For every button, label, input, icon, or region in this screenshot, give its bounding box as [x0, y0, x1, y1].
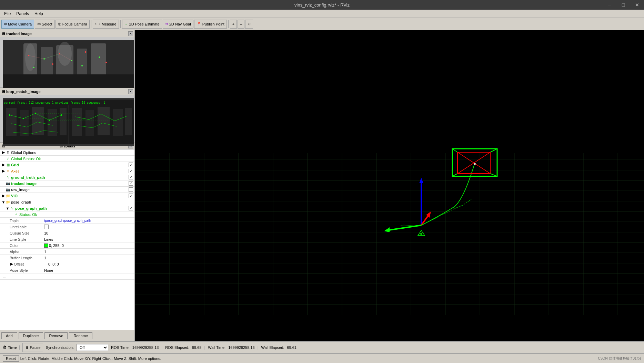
tracked-image-checkbox[interactable]: [129, 181, 133, 186]
topic-value[interactable]: /pose_graph/pose_graph_path: [44, 219, 133, 222]
svg-point-12: [85, 51, 86, 53]
queue-size-label: Queue Size: [10, 231, 44, 235]
pause-icon: ⏸: [25, 345, 29, 350]
menu-panels[interactable]: Panels: [13, 11, 32, 17]
remove-button[interactable]: Remove: [44, 332, 68, 339]
offset-value[interactable]: 0; 0; 0: [48, 262, 133, 266]
global-options-label: Global Options: [10, 151, 133, 155]
line-style-value[interactable]: Lines: [44, 237, 133, 241]
loop-match-svg: current frame: 212 sequence: 1 previous …: [3, 98, 134, 146]
separator-3: |: [258, 345, 259, 350]
menu-file[interactable]: File: [1, 11, 13, 17]
global-options-icon: ⚙: [6, 150, 10, 155]
grid-checkbox[interactable]: [129, 163, 133, 167]
color-value[interactable]: 0; 255; 0: [49, 243, 133, 248]
ground-truth-icon: ∿: [6, 175, 10, 180]
raw-image-expand: [1, 188, 6, 192]
pose-graph-path-expand[interactable]: ▼: [6, 206, 10, 210]
loop-match-title: 🖥 loop_match_image: [1, 90, 41, 94]
pose-graph-path-indent: [1, 206, 6, 210]
move-camera-label: Move Camera: [8, 22, 32, 26]
prop-line-style: Line Style Lines: [0, 236, 134, 242]
2d-pose-button[interactable]: → 2D Pose Estimate: [122, 20, 162, 29]
svg-rect-32: [60, 108, 67, 135]
zoom-out-button[interactable]: –: [238, 20, 244, 29]
menu-help[interactable]: Help: [32, 11, 46, 17]
pose-style-value[interactable]: None: [44, 268, 133, 272]
raw-image-icon: 📷: [6, 187, 10, 192]
menubar: File Panels Help: [0, 10, 644, 18]
svg-rect-51: [113, 109, 123, 136]
zoom-in-button[interactable]: +: [230, 20, 237, 29]
offset-expand[interactable]: ▶: [10, 262, 14, 266]
ground-truth-checkbox[interactable]: [129, 175, 133, 179]
pose-graph-expand[interactable]: ▼: [1, 200, 6, 204]
prop-pose-style: Pose Style None: [0, 267, 134, 273]
2d-nav-button[interactable]: ⇒ 2D Nav Goal: [163, 20, 193, 29]
zoom-reset-button[interactable]: ⊙: [245, 20, 253, 29]
publish-point-button[interactable]: 📍 Publish Point: [194, 20, 227, 29]
wall-time-value: 1699929258.16: [228, 345, 254, 350]
display-item-global-status[interactable]: ✓ Global Status: Ok: [0, 156, 134, 162]
unreliable-checkbox[interactable]: [44, 225, 49, 229]
grid-icon: ▦: [6, 163, 10, 167]
display-item-ground-truth[interactable]: ∿ ground_truth_path: [0, 174, 134, 180]
pose-style-label: Pose Style: [10, 268, 44, 272]
topic-label: Topic: [10, 219, 44, 223]
axes-expand[interactable]: ▶: [1, 169, 6, 173]
tracked-image-header: 🖥 tracked image ✕: [0, 30, 134, 37]
vio-label: VIO: [10, 194, 129, 198]
global-status-icon: ✓: [6, 156, 10, 161]
display-item-grid[interactable]: ▶ ▦ Grid: [0, 162, 134, 168]
display-item-vio[interactable]: ▶ 📁 VIO: [0, 193, 134, 199]
3d-viewport[interactable]: [135, 30, 644, 341]
measure-button[interactable]: ⟷ Measure: [93, 20, 119, 29]
move-camera-button[interactable]: ⊕ Move Camera: [1, 20, 34, 29]
prop-buffer-length: Buffer Length 1: [0, 255, 134, 261]
loop-match-close-button[interactable]: ✕: [128, 89, 133, 94]
ros-time-label: ROS Time:: [111, 345, 130, 350]
time-section-toggle[interactable]: ⏱ Time: [3, 345, 20, 350]
axes-checkbox[interactable]: [129, 169, 133, 173]
global-options-expand[interactable]: ▶: [1, 150, 6, 155]
duplicate-button[interactable]: Duplicate: [19, 332, 43, 339]
select-button[interactable]: ▭ Select: [35, 20, 55, 29]
svg-rect-21: [3, 74, 134, 88]
ground-truth-expand: [1, 175, 6, 179]
buffer-length-value[interactable]: 1: [44, 256, 133, 260]
queue-size-value[interactable]: 10: [44, 231, 133, 235]
vio-checkbox[interactable]: [129, 194, 133, 198]
tracked-image-close-button[interactable]: ✕: [128, 31, 133, 36]
measure-icon: ⟷: [95, 22, 101, 26]
pose-graph-label: pose_graph: [10, 200, 133, 204]
grid-expand[interactable]: ▶: [1, 163, 6, 167]
ground-truth-label: ground_truth_path: [10, 175, 129, 179]
alpha-value[interactable]: 1: [44, 250, 133, 254]
svg-rect-48: [72, 108, 82, 136]
display-item-tracked-image[interactable]: 📷 tracked image: [0, 180, 134, 187]
display-item-pose-graph[interactable]: ▼ 📁 pose_graph: [0, 199, 134, 205]
reset-button[interactable]: Reset: [3, 355, 19, 362]
svg-rect-29: [20, 110, 29, 136]
vio-icon: 📁: [6, 194, 10, 198]
display-item-pose-graph-path[interactable]: ▼ ∿ pose_graph_path: [0, 205, 134, 211]
pose-graph-path-checkbox[interactable]: [129, 206, 133, 210]
display-item-axes[interactable]: ▶ ⊕ Axes: [0, 168, 134, 174]
focus-camera-button[interactable]: ◎ Focus Camera: [56, 20, 90, 29]
rename-button[interactable]: Rename: [69, 332, 92, 339]
maximize-button[interactable]: □: [616, 0, 630, 10]
display-item-global-options[interactable]: ▶ ⚙ Global Options: [0, 149, 134, 156]
minimize-button[interactable]: ─: [603, 0, 616, 10]
display-item-raw-image[interactable]: 📷 raw_image: [0, 187, 134, 193]
svg-rect-4: [77, 49, 87, 78]
tracked-image-title: 🖥 tracked image: [1, 32, 32, 36]
sync-select[interactable]: Off Exact Approximate: [77, 344, 108, 351]
raw-image-checkbox[interactable]: [129, 187, 133, 192]
tracked-image-display-expand: [1, 182, 6, 186]
main-layout: 🖥 tracked image ✕: [0, 30, 644, 341]
vio-expand[interactable]: ▶: [1, 194, 6, 198]
close-button[interactable]: ✕: [630, 0, 644, 10]
add-button[interactable]: Add: [1, 332, 17, 339]
separator-1: |: [161, 345, 162, 350]
pause-button[interactable]: ⏸ Pause: [22, 343, 43, 352]
